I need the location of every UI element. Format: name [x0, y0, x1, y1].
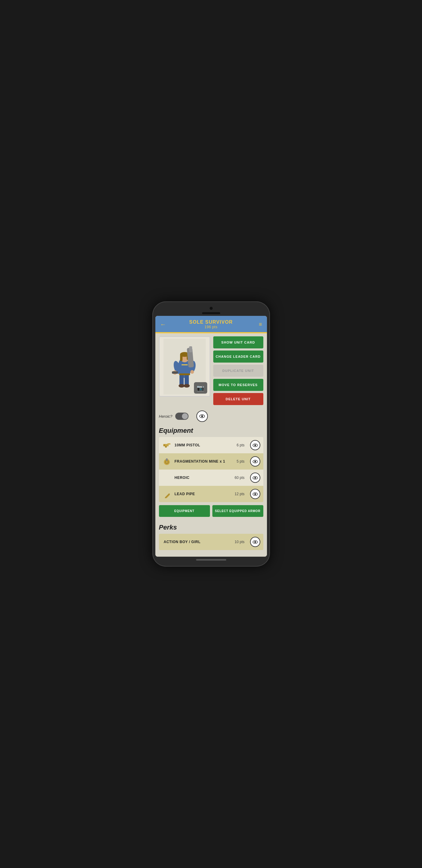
back-button[interactable]: ← [160, 321, 169, 328]
show-unit-card-button[interactable]: SHOW UNIT CARD [213, 336, 263, 348]
equipment-eye-button[interactable] [250, 472, 260, 483]
svg-rect-6 [181, 364, 188, 365]
mine-icon [162, 457, 172, 466]
app-header: ← SOLE SURVIVOR 196 pts ≡ [156, 316, 267, 332]
svg-rect-9 [180, 354, 182, 361]
phone-device: ← SOLE SURVIVOR 196 pts ≡ [152, 301, 270, 567]
equipment-item-pts: 6 pts [236, 443, 244, 447]
equipment-section-title: Equipment [159, 423, 263, 437]
svg-point-34 [254, 477, 256, 478]
svg-point-5 [184, 384, 190, 388]
perks-section-title: Perks [159, 520, 263, 534]
eye-icon [252, 444, 258, 447]
camera-icon: 📷 [197, 384, 204, 392]
speaker [202, 312, 220, 314]
svg-rect-29 [166, 458, 168, 461]
lead-pipe-icon [162, 489, 172, 499]
unit-image-box: 📷 [159, 336, 210, 397]
svg-rect-18 [172, 371, 178, 374]
phone-screen: ← SOLE SURVIVOR 196 pts ≡ [156, 316, 267, 557]
equipment-row: HEROIC 60 pts [159, 470, 263, 486]
pistol-icon [162, 440, 172, 450]
equipment-row: 10MM PISTOL 6 pts [159, 437, 263, 453]
heroic-label: Heroic? [159, 414, 172, 418]
equipment-item-pts: 12 pts [235, 492, 245, 496]
front-camera [209, 307, 213, 310]
top-section: 📷 SHOW UNIT CARD CHANGE LEADER CARD DUPL… [159, 336, 263, 405]
bottom-buttons: EQUIPMENT SELECT EQUIPPED ARMOR [159, 502, 263, 520]
svg-point-17 [190, 370, 194, 374]
equipment-row: FRAGMENTATION MINE x 1 5 pts [159, 453, 263, 470]
svg-rect-23 [165, 446, 167, 447]
svg-rect-15 [179, 373, 190, 375]
home-bar [196, 559, 226, 561]
page-title: SOLE SURVIVOR [169, 319, 254, 325]
svg-rect-14 [189, 346, 192, 352]
svg-point-38 [254, 493, 256, 495]
svg-point-40 [254, 541, 256, 543]
perk-eye-button[interactable] [250, 537, 260, 547]
action-buttons-col: SHOW UNIT CARD CHANGE LEADER CARD DUPLIC… [213, 336, 263, 405]
toggle-thumb [182, 413, 188, 419]
delete-unit-button[interactable]: DELETE UNIT [213, 393, 263, 405]
eye-icon [199, 414, 205, 418]
header-title-block: SOLE SURVIVOR 196 pts [169, 319, 254, 329]
svg-point-24 [164, 444, 165, 446]
equipment-item-name: FRAGMENTATION MINE x 1 [175, 459, 234, 464]
menu-button[interactable]: ≡ [254, 321, 262, 327]
svg-rect-22 [167, 443, 170, 444]
select-equipped-armor-button[interactable]: SELECT EQUIPPED ARMOR [213, 505, 263, 517]
heroic-toggle[interactable] [175, 412, 189, 420]
perks-section: Perks ACTION BOY / GIRL 10 pts [159, 520, 263, 554]
perk-item-pts: 10 pts [235, 540, 245, 544]
change-leader-card-button[interactable]: CHANGE LEADER CARD [213, 350, 263, 363]
eye-icon [252, 476, 258, 479]
svg-point-30 [166, 461, 168, 463]
svg-point-20 [201, 415, 203, 417]
perks-list: ACTION BOY / GIRL 10 pts [159, 534, 263, 550]
equipment-item-pts: 60 pts [235, 475, 245, 480]
camera-button[interactable]: 📷 [194, 382, 207, 394]
equipment-eye-button[interactable] [250, 489, 260, 499]
heroic-eye-button[interactable] [196, 410, 208, 422]
eye-icon [252, 493, 258, 496]
equipment-item-name: LEAD PIPE [175, 492, 232, 496]
equipment-row: LEAD PIPE 12 pts [159, 486, 263, 502]
main-content: 📷 SHOW UNIT CARD CHANGE LEADER CARD DUPL… [156, 333, 267, 557]
duplicate-unit-button: DUPLICATE UNIT [213, 365, 263, 377]
svg-point-26 [254, 444, 256, 446]
perk-row: ACTION BOY / GIRL 10 pts [159, 534, 263, 550]
equipment-item-name: 10MM PISTOL [175, 443, 234, 447]
equipment-list: 10MM PISTOL 6 pts [159, 437, 263, 502]
eye-icon [252, 460, 258, 463]
heroic-row: Heroic? [159, 408, 263, 423]
svg-point-32 [254, 461, 256, 462]
equipment-item-name: HEROIC [162, 475, 232, 480]
equipment-eye-button[interactable] [250, 440, 260, 450]
eye-icon [252, 540, 258, 544]
points-display: 196 pts [169, 325, 254, 329]
svg-rect-36 [165, 493, 170, 498]
equipment-eye-button[interactable] [250, 456, 260, 467]
equipment-button[interactable]: EQUIPMENT [159, 505, 210, 517]
equipment-item-pts: 5 pts [236, 459, 244, 464]
perk-item-name: ACTION BOY / GIRL [162, 540, 232, 544]
move-to-reserves-button[interactable]: MOVE TO RESERVES [213, 379, 263, 391]
